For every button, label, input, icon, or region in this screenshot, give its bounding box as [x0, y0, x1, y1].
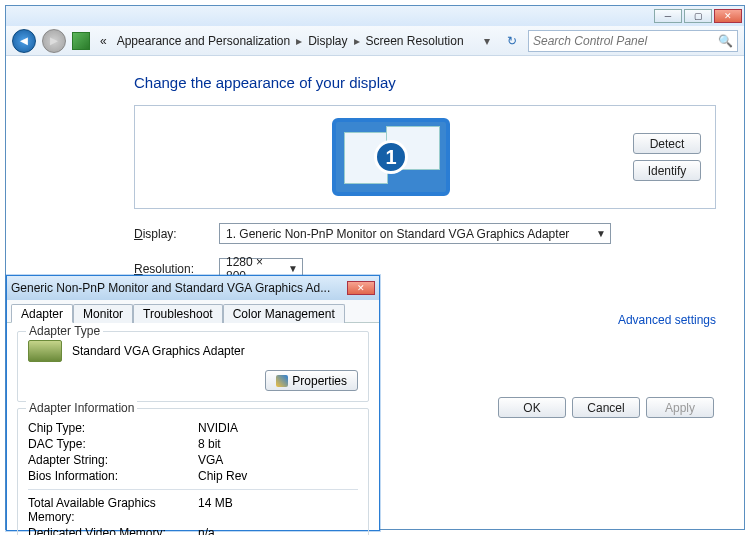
chevron-down-icon: ▼ [288, 263, 298, 274]
tab-color-management[interactable]: Color Management [223, 304, 345, 323]
tab-troubleshoot[interactable]: Troubleshoot [133, 304, 223, 323]
control-panel-icon [72, 32, 90, 50]
chevron-down-icon[interactable]: ▾ [484, 34, 490, 48]
close-button[interactable]: ✕ [714, 9, 742, 23]
identify-button[interactable]: Identify [633, 160, 701, 181]
adapter-type-group: Adapter Type Standard VGA Graphics Adapt… [17, 331, 369, 402]
dialog-close-button[interactable]: ✕ [347, 281, 375, 295]
maximize-button[interactable]: ▢ [684, 9, 712, 23]
ok-button[interactable]: OK [498, 397, 566, 418]
tab-strip: Adapter Monitor Troubleshoot Color Manag… [7, 300, 379, 323]
resolution-label: Resolution: [134, 262, 219, 276]
adapter-properties-dialog: Generic Non-PnP Monitor and Standard VGA… [6, 275, 380, 531]
forward-button[interactable]: ► [42, 29, 66, 53]
breadcrumb-item[interactable]: Screen Resolution [362, 32, 468, 50]
dialog-title: Generic Non-PnP Monitor and Standard VGA… [11, 281, 343, 295]
display-label: Display: [134, 227, 219, 241]
minimize-button[interactable]: ─ [654, 9, 682, 23]
breadcrumb-item[interactable]: Appearance and Personalization [113, 32, 294, 50]
display-select[interactable]: 1. Generic Non-PnP Monitor on Standard V… [219, 223, 611, 244]
search-box[interactable]: 🔍 [528, 30, 738, 52]
breadcrumb[interactable]: « Appearance and Personalization ▸ Displ… [96, 32, 496, 50]
toolbar: ◄ ► « Appearance and Personalization ▸ D… [6, 26, 744, 56]
chevron-down-icon: ▼ [596, 228, 606, 239]
search-input[interactable] [533, 34, 718, 48]
refresh-icon[interactable]: ↻ [502, 31, 522, 51]
tab-adapter[interactable]: Adapter [11, 304, 73, 323]
properties-button[interactable]: Properties [265, 370, 358, 391]
monitor-number-badge: 1 [374, 140, 408, 174]
monitor-thumbnail[interactable]: 1 [332, 118, 450, 196]
adapter-info-group: Adapter Information Chip Type:NVIDIA DAC… [17, 408, 369, 535]
apply-button: Apply [646, 397, 714, 418]
dialog-titlebar: Generic Non-PnP Monitor and Standard VGA… [7, 276, 379, 300]
search-icon[interactable]: 🔍 [718, 34, 733, 48]
display-arrangement-box: 1 Detect Identify [134, 105, 716, 209]
tab-monitor[interactable]: Monitor [73, 304, 133, 323]
window-titlebar: ─ ▢ ✕ [6, 6, 744, 26]
cancel-button[interactable]: Cancel [572, 397, 640, 418]
chevron-right-icon: ▸ [296, 34, 302, 48]
chevron-right-icon: ▸ [354, 34, 360, 48]
adapter-name: Standard VGA Graphics Adapter [72, 344, 245, 358]
page-title: Change the appearance of your display [134, 74, 716, 91]
breadcrumb-item[interactable]: Display [304, 32, 351, 50]
back-button[interactable]: ◄ [12, 29, 36, 53]
uac-shield-icon [276, 375, 288, 387]
adapter-card-icon [28, 340, 62, 362]
detect-button[interactable]: Detect [633, 133, 701, 154]
